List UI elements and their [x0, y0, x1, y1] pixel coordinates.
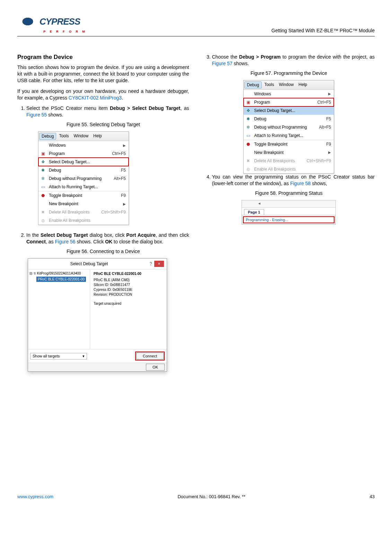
figure-56-link[interactable]: Figure 56 — [55, 239, 75, 244]
mi-attach-label: Attach to Running Target... — [49, 184, 126, 189]
doc-title: Getting Started With EZ-BLE™ PRoC™ Modul… — [271, 28, 375, 33]
figure-57-link[interactable]: Figure 57 — [212, 61, 233, 66]
mi-label: Attach to Running Target... — [254, 133, 331, 138]
s1-post: shows. — [47, 112, 63, 118]
mi-label: Debug — [254, 116, 323, 121]
figure-55-link[interactable]: Figure 55 — [26, 112, 47, 118]
menu-item-debug-noprog[interactable]: ✲ Debug without Programming Alt+F5 — [244, 123, 334, 131]
s1-pre: Select the PSoC Creator menu item — [26, 105, 110, 111]
debug-icon: ✱ — [40, 167, 46, 173]
hardware-paragraph: If you are developing on your own hardwa… — [17, 88, 189, 101]
menubar: Debug Tools Window Help — [244, 80, 334, 90]
close-icon[interactable]: × — [154, 261, 164, 267]
s2-m2: , and then click — [156, 232, 189, 238]
mi-label: New Breakpoint — [254, 150, 325, 155]
intro-paragraph: This section shows how to program the de… — [17, 64, 189, 84]
enable-bp-icon: ◍ — [40, 218, 46, 223]
menu-help[interactable]: Help — [296, 81, 309, 88]
menu-item-windows[interactable]: Windows ▶ — [38, 141, 129, 149]
s4-post: shows, — [311, 181, 327, 186]
menu-item-delete-bp: ✖ Delete All Breakpoints Ctrl+Shift+F9 — [38, 208, 129, 216]
menu-help[interactable]: Help — [91, 133, 104, 140]
submenu-arrow-icon: ▶ — [123, 144, 126, 147]
mi-label: Debug without Programming — [254, 125, 316, 130]
info-line: Revision: PRODUCTION — [94, 292, 163, 297]
menu-item-select-debug-target[interactable]: ❖ Select Debug Target... — [38, 158, 129, 166]
mi-debug-sc: F5 — [121, 168, 126, 173]
mi-windows-label: Windows — [49, 143, 120, 148]
tree-kitprog[interactable]: ⊟ ↯ KitProg/0915022A011A3400 — [29, 271, 88, 276]
s2-pre: In the — [26, 232, 41, 238]
page-header: CYPRESS P E R F O R M Getting Started Wi… — [17, 14, 375, 36]
device-heading: PRoC BLE CYBLE-022001-00 — [94, 271, 163, 276]
mi-label: Toggle Breakpoint — [254, 142, 323, 147]
blank-icon — [245, 150, 251, 155]
menu-item-windows[interactable]: Windows ▶ — [244, 90, 334, 98]
menu-item-select-debug-target[interactable]: ❖ Select Debug Target... — [244, 106, 334, 115]
menu-item-attach[interactable]: ▭ Attach to Running Target... — [244, 131, 334, 140]
s2-m1: dialog box, click — [88, 232, 127, 238]
attach-icon: ▭ — [40, 184, 46, 190]
menu-item-toggle-bp[interactable]: ⬣ Toggle Breakpoint F9 — [38, 191, 129, 200]
select-debug-target-dialog: Select Debug Target ? × ⊟ ↯ KitProg/0915… — [28, 258, 167, 372]
dropdown-label: Show all targets — [33, 354, 60, 358]
mi-sc: Ctrl+F5 — [317, 100, 331, 105]
menu-window[interactable]: Window — [71, 133, 90, 140]
menu-window[interactable]: Window — [277, 81, 296, 88]
blank-icon — [40, 142, 46, 148]
menu-item-toggle-bp[interactable]: ⬣ Toggle Breakpoint F9 — [244, 140, 334, 148]
help-icon[interactable]: ? — [147, 261, 154, 266]
attach-icon: ▭ — [245, 133, 251, 138]
mi-target-label: Select Debug Target... — [49, 159, 126, 164]
target-filter-dropdown[interactable]: Show all targets ▾ — [30, 353, 87, 360]
menu-item-debug[interactable]: ✱ Debug F5 — [38, 166, 129, 174]
menu-tools[interactable]: Tools — [262, 81, 276, 88]
footer-url[interactable]: www.cypress.com — [17, 494, 53, 499]
submenu-arrow-icon: ▶ — [328, 150, 331, 154]
menu-item-attach[interactable]: ▭ Attach to Running Target... — [38, 183, 129, 191]
figure-57-caption: Figure 57. Programming the Device — [203, 70, 375, 76]
footer-docno: Document No.: 001-96841 Rev. ** — [177, 494, 245, 499]
left-column: Program the Device This section shows ho… — [17, 54, 189, 487]
ok-button[interactable]: OK — [146, 364, 165, 371]
page-tab[interactable]: Page 1 — [244, 209, 264, 215]
menu-item-new-bp[interactable]: New Breakpoint ▶ — [38, 200, 129, 208]
dialog-info-panel: PRoC BLE CYBLE-022001-00 PRoC BLE (ARM C… — [90, 269, 167, 349]
miniprog-link[interactable]: CY8CKIT-002 MiniProg3 — [69, 95, 122, 101]
s2-b1: Select Debug Target — [41, 232, 88, 238]
menu-item-delete-bp: ✖ Delete All Breakpoints Ctrl+Shift+F9 — [244, 157, 334, 165]
enable-bp-icon: ◍ — [245, 166, 251, 172]
status-message: Programming - Erasing... — [243, 216, 334, 223]
menu-tools[interactable]: Tools — [57, 133, 71, 140]
submenu-arrow-icon: ▶ — [123, 202, 126, 206]
page-footer: www.cypress.com Document No.: 001-96841 … — [17, 494, 375, 499]
s3-mid: to program the device with the project, … — [281, 54, 375, 60]
menu-item-program[interactable]: ▣ Program Ctrl+F5 — [244, 98, 334, 106]
figure-58-status: Page 1 Programming - Erasing... — [242, 200, 336, 225]
logo: CYPRESS P E R F O R M — [17, 14, 87, 33]
mi-dbp-label: Delete All Breakpoints — [49, 210, 98, 215]
dialog-tree-panel: ⊟ ↯ KitProg/0915022A011A3400 PRoC BLE CY… — [28, 269, 90, 349]
menu-item-debug[interactable]: ✱ Debug F5 — [244, 115, 334, 123]
menu-item-debug-noprog[interactable]: ✲ Debug without Programming Alt+F5 — [38, 174, 129, 183]
status-scrollbar — [242, 200, 336, 208]
right-column: Choose the Debug > Program to program th… — [203, 54, 375, 487]
footer-pageno: 43 — [370, 494, 375, 499]
step-1: Select the PSoC Creator menu item Debug … — [26, 105, 189, 118]
menu-item-enable-bp: ◍ Enable All Breakpoints — [244, 165, 334, 173]
menu-item-new-bp[interactable]: New Breakpoint ▶ — [244, 148, 334, 157]
mi-label: Windows — [254, 92, 325, 96]
menu-debug[interactable]: Debug — [39, 133, 56, 140]
figure-55-caption: Figure 55. Selecting Debug Target — [17, 122, 189, 127]
mi-sc: Alt+F5 — [319, 125, 331, 130]
connect-button[interactable]: Connect — [136, 353, 164, 360]
step-3: Choose the Debug > Program to program th… — [212, 54, 375, 67]
menu-debug[interactable]: Debug — [244, 81, 261, 88]
s2-m3: , as — [46, 239, 55, 244]
figure-58-link[interactable]: Figure 58 — [290, 181, 311, 186]
menu-item-program[interactable]: ▣ Program Ctrl+F5 — [38, 149, 129, 158]
figure-56-caption: Figure 56. Connecting to a Device — [17, 249, 189, 254]
mi-program-sc: Ctrl+F5 — [112, 151, 126, 156]
delete-bp-icon: ✖ — [245, 158, 251, 164]
tree-device[interactable]: PRoC BLE CYBLE-022001-00 — [36, 277, 86, 282]
